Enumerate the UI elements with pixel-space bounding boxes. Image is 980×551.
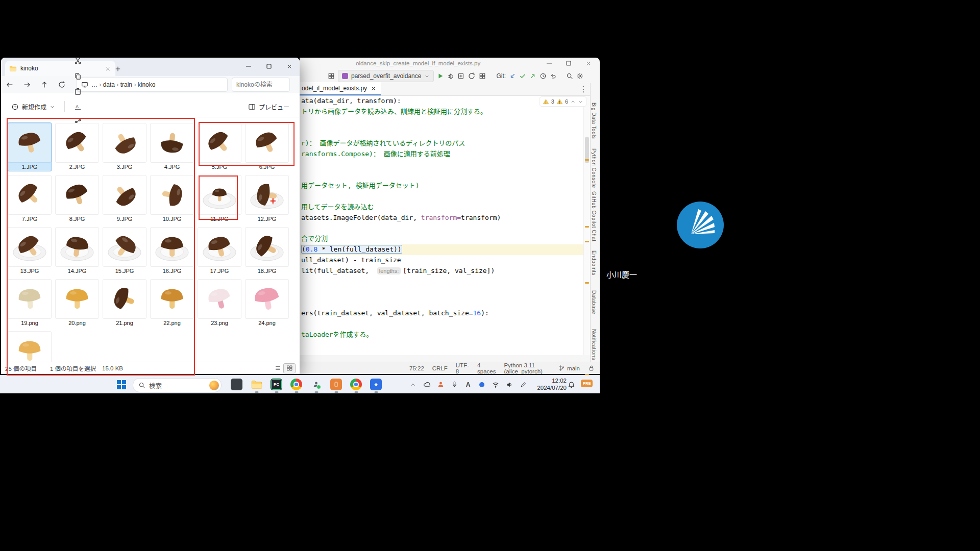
taskbar-search[interactable]: 検索 — [133, 378, 222, 392]
breadcrumb[interactable]: … › data › train › kinoko — [77, 78, 228, 92]
thumbnail-view-button[interactable] — [283, 363, 296, 373]
file-thumbnail[interactable] — [7, 331, 52, 362]
taskbar-clock[interactable]: 12:02 2024/07/20 — [535, 377, 567, 391]
new-button[interactable]: 新規作成 — [7, 99, 59, 114]
taskbar-app-contacts[interactable] — [306, 377, 326, 392]
pycharm-maximize-button[interactable] — [559, 58, 578, 69]
rerun-button[interactable] — [468, 72, 476, 80]
inspections-widget[interactable]: 3 6 — [540, 96, 586, 107]
file-thumbnail-4.JPG[interactable]: 4.JPG — [150, 122, 194, 171]
error-stripe[interactable] — [583, 96, 591, 355]
file-thumbnail-11.JPG[interactable]: 11.JPG — [197, 174, 242, 223]
notification-bell-button[interactable] — [568, 380, 575, 389]
back-button[interactable] — [1, 77, 18, 92]
git-push-button[interactable] — [529, 72, 536, 80]
git-rollback-button[interactable] — [550, 72, 557, 80]
minimize-button[interactable] — [238, 58, 259, 75]
tray-ime-a[interactable]: A — [463, 381, 473, 388]
file-thumbnail-6.JPG[interactable]: 6.JPG — [244, 122, 289, 171]
file-thumbnail-20.png[interactable]: 20.png — [55, 279, 100, 328]
tray-blue-dot[interactable] — [477, 382, 486, 387]
file-thumbnail-22.png[interactable]: 22.png — [150, 279, 194, 328]
file-thumbnail-14.JPG[interactable]: 14.JPG — [55, 227, 100, 276]
tray-mic[interactable] — [450, 381, 459, 388]
tool-window-github-copilot-chat[interactable]: GitHub Copilot Chat — [591, 191, 597, 241]
file-thumbnail-7.JPG[interactable]: 7.JPG — [7, 174, 52, 223]
new-tab-button[interactable] — [114, 64, 121, 72]
file-thumbnail-24.png[interactable]: 24.png — [244, 279, 289, 328]
python-interpreter[interactable]: Python 3.11 (alice_pytorch) — [504, 362, 550, 374]
close-tab-icon[interactable] — [105, 65, 111, 72]
tool-window-big-data-tools[interactable]: Big Data Tools — [591, 103, 597, 139]
line-ending[interactable]: CRLF — [432, 365, 448, 371]
file-thumbnail-5.JPG[interactable]: 5.JPG — [197, 122, 242, 171]
file-thumbnail-21.png[interactable]: 21.png — [102, 279, 147, 328]
run-button[interactable] — [437, 72, 444, 80]
taskbar-app-app-blue[interactable]: ◆ — [366, 377, 386, 392]
taskbar-app-pycharm[interactable]: PC — [266, 377, 286, 392]
tray-volume[interactable] — [505, 381, 514, 388]
explorer-tab-kinoko[interactable]: kinoko — [5, 61, 115, 76]
caret-position[interactable]: 75:22 — [409, 365, 424, 371]
debug-button[interactable] — [447, 72, 454, 80]
search-input[interactable] — [235, 81, 286, 89]
file-thumbnail-13.JPG[interactable]: 13.JPG — [7, 227, 52, 276]
next-issue-icon[interactable] — [578, 99, 583, 105]
tool-window-endpoints[interactable]: Endpoints — [591, 251, 597, 276]
forward-button[interactable] — [18, 77, 36, 92]
file-thumbnail-3.JPG[interactable]: 3.JPG — [102, 122, 147, 171]
file-thumbnail-12.JPG[interactable]: 12.JPG — [244, 174, 289, 223]
services-button[interactable] — [479, 72, 486, 80]
tool-window-database[interactable]: Database — [591, 290, 597, 314]
close-button[interactable] — [279, 58, 300, 75]
search-everywhere-button[interactable] — [566, 72, 573, 80]
breadcrumb-item[interactable]: … — [91, 81, 97, 88]
preview-button[interactable]: プレビュー — [244, 99, 293, 114]
file-thumbnail-15.JPG[interactable]: 15.JPG — [102, 227, 147, 276]
tool-window-notifications[interactable]: Notifications — [591, 329, 597, 360]
code-editor[interactable]: ata(data_dir, transform):トリから画像データを読み込み、… — [300, 96, 583, 355]
file-thumbnail-17.JPG[interactable]: 17.JPG — [197, 227, 242, 276]
tray-cloud[interactable] — [422, 381, 431, 388]
file-thumbnail-19.png[interactable]: 19.png — [7, 279, 52, 328]
indent-setting[interactable]: 4 spaces — [477, 362, 496, 374]
tray-wifi[interactable] — [491, 381, 500, 388]
cut-button[interactable] — [70, 53, 86, 68]
breadcrumb-item[interactable]: kinoko — [138, 81, 156, 88]
coverage-button[interactable] — [457, 72, 464, 80]
taskbar-app-phone-link[interactable] — [326, 377, 346, 392]
paste-button[interactable] — [70, 84, 86, 99]
file-thumbnail-18.JPG[interactable]: 18.JPG — [244, 227, 289, 276]
git-update-button[interactable] — [509, 72, 516, 80]
run-configuration-select[interactable]: parsed_overfit_avoidance — [338, 70, 434, 82]
tray-person-orange[interactable] — [436, 381, 445, 388]
explorer-search-box[interactable] — [232, 78, 290, 92]
close-tab-icon[interactable] — [370, 85, 377, 92]
file-thumbnail-9.JPG[interactable]: 9.JPG — [102, 174, 147, 223]
file-encoding[interactable]: UTF-8 — [456, 362, 469, 374]
refresh-button[interactable] — [53, 77, 70, 92]
git-history-button[interactable] — [540, 72, 547, 80]
up-button[interactable] — [36, 77, 53, 92]
prev-issue-icon[interactable] — [570, 99, 576, 105]
file-thumbnail-2.JPG[interactable]: 2.JPG — [55, 122, 100, 171]
tray-chevron-up[interactable] — [408, 382, 418, 388]
file-thumbnail-23.png[interactable]: 23.png — [197, 279, 242, 328]
taskbar-app-app-dark[interactable] — [227, 377, 247, 392]
pycharm-close-button[interactable] — [578, 58, 598, 69]
taskbar-app-browser[interactable] — [346, 377, 366, 392]
start-button[interactable] — [113, 379, 130, 391]
pycharm-minimize-button[interactable] — [540, 58, 559, 69]
copy-button[interactable] — [70, 68, 86, 84]
file-thumbnail-10.JPG[interactable]: 10.JPG — [150, 174, 194, 223]
file-thumbnail-16.JPG[interactable]: 16.JPG — [150, 227, 194, 276]
tool-window-python-console[interactable]: Python Console — [591, 148, 597, 188]
breadcrumb-item[interactable]: train — [120, 81, 132, 88]
taskbar-app-chrome[interactable] — [286, 377, 306, 392]
rename-button[interactable]: A — [70, 99, 86, 114]
git-commit-button[interactable] — [519, 72, 526, 80]
file-thumbnail-8.JPG[interactable]: 8.JPG — [55, 174, 100, 223]
tab-options-button[interactable]: ⋮ — [579, 84, 587, 94]
taskbar-app-file-explorer[interactable] — [247, 377, 266, 392]
details-view-button[interactable] — [272, 364, 283, 373]
